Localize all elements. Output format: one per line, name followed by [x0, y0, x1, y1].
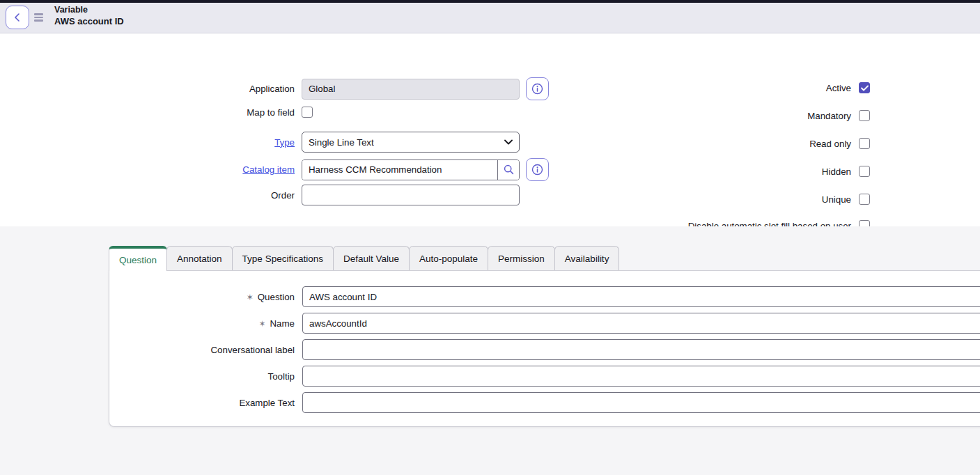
tab-annotation[interactable]: Annotation	[166, 246, 233, 270]
order-label: Order	[0, 190, 295, 201]
variable-form-screen: Variable AWS account ID Application Map …	[0, 0, 980, 475]
record-type-label: Variable	[54, 5, 124, 16]
required-asterisk-icon: ✶	[258, 319, 265, 329]
tab-bar: QuestionAnnotationType SpecificationsDef…	[109, 246, 980, 270]
info-circle-icon	[531, 164, 543, 176]
form-main-area: Application Map to field Type Single Lin…	[0, 33, 980, 226]
tab-section-background: QuestionAnnotationType SpecificationsDef…	[0, 226, 980, 475]
chevron-down-icon	[504, 139, 513, 145]
tab-card: QuestionAnnotationType SpecificationsDef…	[109, 246, 980, 427]
unique-row: Unique	[613, 194, 870, 205]
catalog-item-label-link[interactable]: Catalog item	[0, 164, 295, 175]
catalog-item-row: Catalog item	[0, 158, 549, 181]
tooltip-field-row: Tooltip	[109, 366, 980, 387]
map-to-field-row: Map to field	[0, 107, 313, 118]
application-input[interactable]	[302, 79, 520, 100]
example-text-input[interactable]	[302, 392, 980, 413]
catalog-item-search-button[interactable]	[497, 160, 519, 180]
hidden-label: Hidden	[822, 166, 851, 177]
tab-availability[interactable]: Availability	[554, 246, 620, 270]
tooltip-input[interactable]	[302, 366, 980, 387]
back-button[interactable]	[6, 6, 29, 29]
active-checkbox[interactable]	[859, 82, 870, 93]
name-field-label: ✶Name	[109, 318, 295, 329]
active-label: Active	[826, 83, 851, 93]
order-input[interactable]	[302, 185, 520, 205]
question-field-label: ✶Question	[109, 292, 295, 302]
mandatory-row: Mandatory	[613, 110, 870, 121]
map-to-field-checkbox[interactable]	[302, 107, 313, 118]
active-row: Active	[613, 82, 870, 93]
read-only-label: Read only	[809, 139, 851, 149]
hidden-checkbox[interactable]	[859, 166, 870, 177]
name-field-row: ✶Name	[109, 313, 980, 334]
map-to-field-label: Map to field	[0, 107, 295, 118]
chevron-left-icon	[13, 13, 22, 22]
checkmark-icon	[861, 85, 869, 91]
tab-default-value[interactable]: Default Value	[333, 246, 410, 270]
application-info-button[interactable]	[526, 77, 549, 100]
tab-auto-populate[interactable]: Auto-populate	[409, 246, 488, 270]
read-only-row: Read only	[613, 138, 870, 149]
context-menu-button[interactable]	[34, 10, 47, 24]
application-label: Application	[0, 84, 295, 94]
tooltip-field-label: Tooltip	[109, 371, 295, 382]
mandatory-label: Mandatory	[807, 111, 851, 121]
tab-type-specifications[interactable]: Type Specifications	[232, 246, 334, 270]
example-text-field-label: Example Text	[109, 398, 295, 408]
tab-question[interactable]: Question	[109, 246, 167, 271]
required-asterisk-icon: ✶	[247, 293, 254, 302]
type-select[interactable]: Single Line Text	[302, 132, 520, 153]
example-text-field-row: Example Text	[109, 392, 980, 413]
info-circle-icon	[531, 83, 543, 95]
order-row: Order	[0, 185, 520, 205]
question-input[interactable]	[302, 286, 980, 307]
conversational-label-field-label: Conversational label	[109, 345, 295, 355]
read-only-checkbox[interactable]	[859, 138, 870, 149]
catalog-item-input[interactable]	[302, 160, 497, 180]
hidden-row: Hidden	[613, 166, 870, 177]
catalog-item-lookup	[302, 159, 520, 180]
type-select-value: Single Line Text	[309, 137, 504, 148]
question-tab-panel: ✶Question✶NameConversational labelToolti…	[109, 270, 980, 427]
hamburger-icon	[34, 13, 43, 15]
application-row: Application	[0, 77, 549, 100]
catalog-item-info-button[interactable]	[526, 158, 549, 181]
record-title: Variable AWS account ID	[54, 5, 124, 26]
mandatory-checkbox[interactable]	[859, 110, 870, 121]
type-label-link[interactable]: Type	[0, 137, 295, 148]
record-name-label: AWS account ID	[54, 16, 124, 27]
conversational-label-field-row: Conversational label	[109, 339, 980, 360]
type-row: Type Single Line Text	[0, 132, 520, 153]
tab-permission[interactable]: Permission	[488, 246, 555, 270]
form-header: Variable AWS account ID	[0, 3, 980, 33]
magnifier-icon	[504, 164, 514, 175]
conversational-label-input[interactable]	[302, 339, 980, 360]
unique-label: Unique	[822, 194, 851, 205]
name-input[interactable]	[302, 313, 980, 334]
unique-checkbox[interactable]	[859, 194, 870, 205]
question-field-row: ✶Question	[109, 286, 980, 307]
